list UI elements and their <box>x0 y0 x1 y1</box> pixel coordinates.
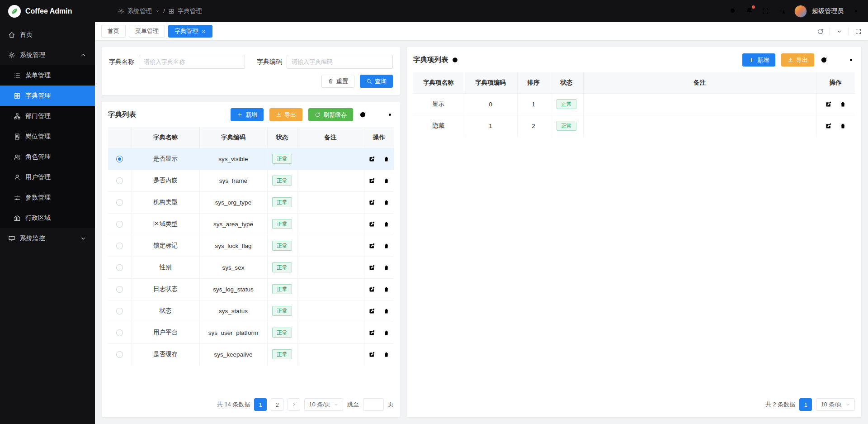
edit-icon[interactable] <box>368 243 375 249</box>
table-row[interactable]: 性别 sys_sex 正常 <box>108 257 394 278</box>
avatar[interactable] <box>794 5 807 18</box>
app-logo[interactable]: Coffee Admin <box>0 0 95 23</box>
settings-gear-icon[interactable] <box>852 7 860 15</box>
collapse-sidebar-icon[interactable] <box>103 7 111 15</box>
delete-icon[interactable] <box>383 329 390 336</box>
chevron-down-icon <box>845 402 850 407</box>
edit-icon[interactable] <box>825 101 832 108</box>
edit-icon[interactable] <box>368 286 375 293</box>
row-radio[interactable] <box>116 243 123 249</box>
table-row[interactable]: 显示 0 1 正常 <box>413 93 855 115</box>
edit-icon[interactable] <box>368 221 375 228</box>
sidebar-item-user-mgmt[interactable]: 用户管理 <box>0 167 95 187</box>
row-radio[interactable] <box>116 199 123 206</box>
row-radio[interactable] <box>116 264 123 271</box>
sidebar-item-dict-mgmt[interactable]: 字典管理 <box>0 86 95 106</box>
column-settings-icon[interactable] <box>834 56 841 64</box>
sidebar-item-region[interactable]: 行政区域 <box>0 208 95 228</box>
tab-menu-mgmt[interactable]: 菜单管理 <box>129 25 165 38</box>
delete-icon[interactable] <box>383 221 390 228</box>
refresh-table-icon[interactable] <box>359 111 367 119</box>
tab-home[interactable]: 首页 <box>101 25 126 38</box>
dict-code-cell: sys_lock_flag <box>199 235 267 257</box>
edit-icon[interactable] <box>368 264 375 271</box>
delete-icon[interactable] <box>383 243 390 249</box>
edit-icon[interactable] <box>368 199 375 206</box>
export-dict-item-button[interactable]: 导出 <box>781 53 814 67</box>
sidebar-item-menu-mgmt[interactable]: 菜单管理 <box>0 65 95 86</box>
edit-icon[interactable] <box>368 351 375 358</box>
edit-icon[interactable] <box>368 156 375 162</box>
add-dict-button[interactable]: 新增 <box>231 108 264 121</box>
delete-icon[interactable] <box>383 199 390 206</box>
row-radio[interactable] <box>116 329 123 336</box>
delete-icon[interactable] <box>840 123 846 129</box>
refresh-table-icon[interactable] <box>820 56 828 64</box>
table-row[interactable]: 是否内嵌 sys_frame 正常 <box>108 170 394 191</box>
table-row[interactable]: 区域类型 sys_area_type 正常 <box>108 213 394 235</box>
page-1-button[interactable]: 1 <box>254 398 267 411</box>
username[interactable]: 超级管理员 <box>812 7 844 15</box>
edit-icon[interactable] <box>368 329 375 336</box>
add-dict-item-button[interactable]: 新增 <box>742 53 775 67</box>
table-row[interactable]: 是否缓存 sys_keepalive 正常 <box>108 343 394 365</box>
status-badge: 正常 <box>272 262 292 272</box>
row-radio[interactable] <box>116 156 123 162</box>
table-settings-gear-icon[interactable] <box>386 111 394 119</box>
delete-icon[interactable] <box>383 351 390 358</box>
sidebar-item-role-mgmt[interactable]: 角色管理 <box>0 147 95 167</box>
delete-icon[interactable] <box>383 286 390 293</box>
jump-page-input[interactable] <box>363 398 384 411</box>
delete-icon[interactable] <box>383 177 390 184</box>
table-row[interactable]: 用户平台 sys_user_platform 正常 <box>108 322 394 343</box>
query-button[interactable]: 查询 <box>360 75 393 88</box>
refresh-cache-button[interactable]: 刷新缓存 <box>308 108 353 121</box>
sidebar-group-monitor[interactable]: 系统监控 <box>0 228 95 248</box>
sidebar-item-home[interactable]: 首页 <box>0 24 95 45</box>
remark-cell <box>297 343 364 365</box>
search-icon[interactable] <box>729 7 737 15</box>
sidebar-item-param-mgmt[interactable]: 参数管理 <box>0 187 95 208</box>
chevron-down-icon[interactable] <box>836 28 843 35</box>
next-page-button[interactable] <box>288 398 300 411</box>
table-row[interactable]: 机构类型 sys_org_type 正常 <box>108 191 394 213</box>
table-row[interactable]: 锁定标记 sys_lock_flag 正常 <box>108 235 394 257</box>
sidebar-item-post-mgmt[interactable]: 岗位管理 <box>0 126 95 147</box>
sidebar-group-system[interactable]: 系统管理 <box>0 45 95 65</box>
column-settings-icon[interactable] <box>373 111 380 119</box>
notifications-button[interactable] <box>745 7 753 16</box>
edit-icon[interactable] <box>368 177 375 184</box>
tab-dict-mgmt[interactable]: 字典管理 <box>168 25 212 38</box>
close-icon[interactable] <box>201 29 206 34</box>
row-radio[interactable] <box>116 221 123 228</box>
delete-icon[interactable] <box>383 156 390 162</box>
delete-icon[interactable] <box>840 101 846 108</box>
translate-icon[interactable] <box>778 7 786 15</box>
table-row[interactable]: 是否显示 sys_visible 正常 <box>108 148 394 170</box>
edit-icon[interactable] <box>368 308 375 314</box>
table-settings-gear-icon[interactable] <box>847 56 855 64</box>
row-radio[interactable] <box>116 308 123 314</box>
page-size-select[interactable]: 10 条/页 <box>304 398 343 411</box>
page-size-select[interactable]: 10 条/页 <box>816 398 855 411</box>
row-radio[interactable] <box>116 351 123 358</box>
row-radio[interactable] <box>116 177 123 184</box>
page-1-button[interactable]: 1 <box>799 398 812 411</box>
page-2-button[interactable]: 2 <box>271 398 283 411</box>
breadcrumb-parent[interactable]: 系统管理 <box>127 7 152 15</box>
table-row[interactable]: 隐藏 1 2 正常 <box>413 115 855 137</box>
delete-icon[interactable] <box>383 264 390 271</box>
delete-icon[interactable] <box>383 308 390 314</box>
fullscreen-icon[interactable] <box>762 7 769 15</box>
table-row[interactable]: 日志状态 sys_log_status 正常 <box>108 278 394 300</box>
export-dict-button[interactable]: 导出 <box>269 108 302 121</box>
edit-icon[interactable] <box>825 123 832 129</box>
sidebar-item-dept-mgmt[interactable]: 部门管理 <box>0 106 95 126</box>
dict-name-input[interactable] <box>139 55 245 69</box>
refresh-icon[interactable] <box>817 28 824 35</box>
row-radio[interactable] <box>116 286 123 293</box>
dict-code-input[interactable] <box>287 55 393 69</box>
table-row[interactable]: 状态 sys_status 正常 <box>108 300 394 322</box>
content-fullscreen-icon[interactable] <box>855 28 862 35</box>
reset-button[interactable]: 重置 <box>321 75 354 88</box>
